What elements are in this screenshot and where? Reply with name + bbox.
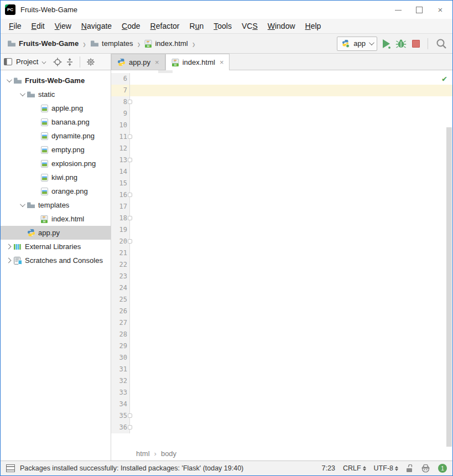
code-line-16[interactable]: 16 xyxy=(111,189,452,201)
tab-index.html[interactable]: Hindex.html× xyxy=(165,54,230,70)
code-line-30[interactable]: 30 xyxy=(111,352,452,364)
code-line-17[interactable]: 17 xyxy=(111,201,452,213)
code-line-23[interactable]: 23 xyxy=(111,271,452,282)
tab-close-icon[interactable]: × xyxy=(220,58,224,66)
code-line-19[interactable]: 19 xyxy=(111,224,452,236)
locate-file-icon[interactable] xyxy=(53,58,62,66)
code-line-11[interactable]: 11 xyxy=(111,131,452,143)
code-line-18[interactable]: 18 xyxy=(111,213,452,224)
code-line-24[interactable]: 24 xyxy=(111,282,452,294)
code-line-15[interactable]: 15 xyxy=(111,178,452,189)
code-line-32[interactable]: 32 xyxy=(111,375,452,387)
encoding-selector[interactable]: UTF-8 xyxy=(374,464,398,472)
editor-scrollbar[interactable] xyxy=(446,127,452,447)
tree-item-banana-png[interactable]: banana.png xyxy=(1,115,111,129)
stop-button[interactable] xyxy=(412,40,420,48)
code-line-8[interactable]: 8 xyxy=(111,96,452,108)
chevron-down-icon[interactable] xyxy=(17,92,26,96)
menu-item-code[interactable]: Code xyxy=(117,20,145,32)
code-line-20[interactable]: 20 xyxy=(111,236,452,247)
menu-item-window[interactable]: Window xyxy=(263,20,300,32)
code-line-21[interactable]: 21 xyxy=(111,247,452,259)
code-line-29[interactable]: 29 xyxy=(111,340,452,352)
tree-item-empty-png[interactable]: empty.png xyxy=(1,143,111,157)
fold-close-icon[interactable] xyxy=(128,413,132,418)
menu-item-navigate[interactable]: Navigate xyxy=(76,20,117,32)
tree-item-templates[interactable]: templates xyxy=(1,198,111,212)
tree-item-static[interactable]: static xyxy=(1,87,111,101)
menu-item-run[interactable]: Run xyxy=(185,20,209,32)
gear-icon[interactable] xyxy=(86,58,95,66)
caret-position[interactable]: 7:23 xyxy=(322,464,335,472)
code-line-7[interactable]: 7 xyxy=(111,85,452,96)
tree-item-app-py[interactable]: app.py xyxy=(1,226,111,240)
tree-item-orange-png[interactable]: orange.png xyxy=(1,184,111,198)
minimize-button[interactable] xyxy=(395,7,402,13)
fold-close-icon[interactable] xyxy=(128,425,132,430)
debug-button[interactable] xyxy=(395,39,407,49)
close-button[interactable]: × xyxy=(437,7,444,13)
code-line-31[interactable]: 31 xyxy=(111,364,452,375)
notification-badge[interactable]: 1 xyxy=(438,464,447,473)
menu-item-vcs[interactable]: VCS xyxy=(237,20,263,32)
code-line-12[interactable]: 12 xyxy=(111,143,452,154)
breadcrumb-item[interactable]: Fruits-Web-Game xyxy=(6,38,80,49)
chevron-down-icon[interactable] xyxy=(17,203,26,207)
editor-breadcrumb-item[interactable]: html xyxy=(136,449,150,458)
tree-item-external-libraries[interactable]: External Libraries xyxy=(1,240,111,253)
menu-item-tools[interactable]: Tools xyxy=(209,20,237,32)
editor-breadcrumb-item[interactable]: body xyxy=(161,449,176,458)
fold-close-icon[interactable] xyxy=(128,239,132,244)
breadcrumb-item[interactable]: Hindex.html xyxy=(143,38,189,49)
chevron-right-icon[interactable] xyxy=(4,258,13,262)
code-line-22[interactable]: 22 xyxy=(111,259,452,271)
breadcrumb-item[interactable]: templates xyxy=(89,38,134,49)
tab-close-icon[interactable]: × xyxy=(155,58,159,66)
fold-open-icon[interactable] xyxy=(128,100,132,104)
code-line-35[interactable]: 35 xyxy=(111,410,452,422)
readonly-lock-icon[interactable] xyxy=(406,464,413,473)
code-area[interactable]: ✔ 67891011121314151617181920212223242526… xyxy=(111,70,452,447)
highlighting-level-icon[interactable] xyxy=(421,464,430,473)
collapse-all-icon[interactable] xyxy=(66,58,74,66)
project-pane-title[interactable]: Project xyxy=(16,58,38,66)
code-line-14[interactable]: 14 xyxy=(111,166,452,178)
code-line-6[interactable]: 6 xyxy=(111,73,452,85)
menu-item-file[interactable]: File xyxy=(4,20,27,32)
code-line-9[interactable]: 9 xyxy=(111,108,452,120)
code-line-36[interactable]: 36 xyxy=(111,422,452,433)
line-separator-selector[interactable]: CRLF xyxy=(343,464,366,472)
chevron-right-icon[interactable] xyxy=(4,245,13,249)
menu-item-help[interactable]: Help xyxy=(300,20,326,32)
chevron-down-icon[interactable] xyxy=(4,79,13,82)
chevron-down-icon[interactable] xyxy=(42,60,46,64)
tree-item-kiwi-png[interactable]: kiwi.png xyxy=(1,170,111,184)
search-everywhere-icon[interactable] xyxy=(436,38,447,49)
code-line-13[interactable]: 13 xyxy=(111,154,452,166)
tree-item-dynamite-png[interactable]: dynamite.png xyxy=(1,129,111,143)
code-line-28[interactable]: 28 xyxy=(111,329,452,340)
fold-close-icon[interactable] xyxy=(128,134,132,139)
code-line-10[interactable]: 10 xyxy=(111,120,452,131)
menu-item-edit[interactable]: Edit xyxy=(27,20,50,32)
tree-item-explosion-png[interactable]: explosion.png xyxy=(1,157,111,170)
tree-item-apple-png[interactable]: apple.png xyxy=(1,101,111,115)
tree-item-scratches-and-consoles[interactable]: Scratches and Consoles xyxy=(1,253,111,267)
menu-item-refactor[interactable]: Refactor xyxy=(145,20,185,32)
tool-window-toggle-icon[interactable] xyxy=(6,464,15,472)
fold-close-icon[interactable] xyxy=(128,193,132,197)
code-line-34[interactable]: 34 xyxy=(111,399,452,410)
code-line-25[interactable]: 25 xyxy=(111,294,452,306)
tree-item-index-html[interactable]: Hindex.html xyxy=(1,212,111,226)
tab-app.py[interactable]: app.py× xyxy=(111,54,165,70)
code-line-27[interactable]: 27 xyxy=(111,317,452,329)
menu-item-view[interactable]: View xyxy=(50,20,76,32)
run-button[interactable] xyxy=(383,39,390,48)
code-line-33[interactable]: 33 xyxy=(111,387,452,399)
fold-open-icon[interactable] xyxy=(128,158,132,162)
maximize-button[interactable] xyxy=(416,7,423,13)
tree-item-fruits-web-game[interactable]: Fruits-Web-Game xyxy=(1,74,111,87)
fold-open-icon[interactable] xyxy=(128,216,132,220)
run-configuration-select[interactable]: app xyxy=(337,37,377,51)
code-line-26[interactable]: 26 xyxy=(111,306,452,317)
